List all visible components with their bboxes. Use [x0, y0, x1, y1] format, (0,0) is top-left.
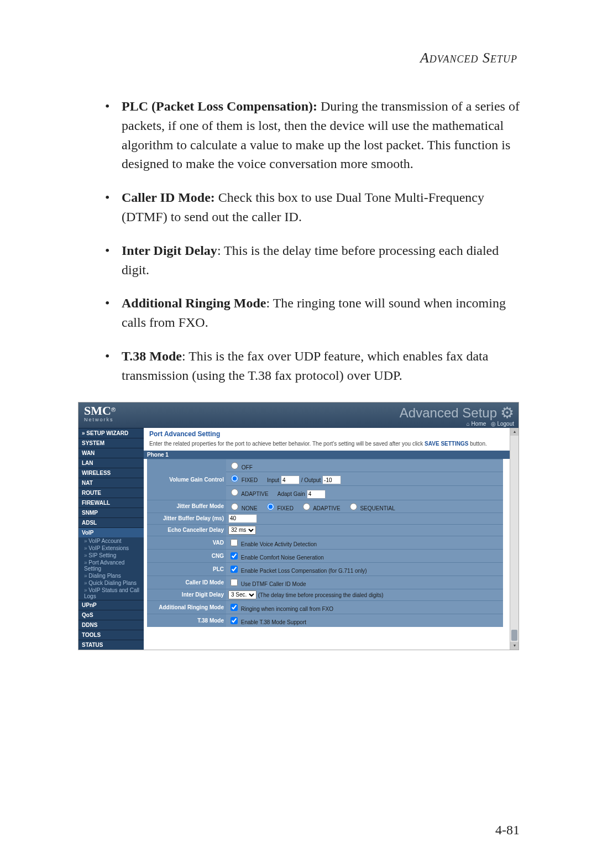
- bullet-additional-ringing: Additional Ringing Mode: The ringing ton…: [105, 294, 520, 332]
- home-link[interactable]: Home: [472, 421, 486, 427]
- term: T.38 Mode: [122, 349, 182, 363]
- radio-vgc-fixed[interactable]: [231, 475, 238, 482]
- sidebar-item-status[interactable]: STATUS: [78, 640, 144, 650]
- phone-1-heading: Phone 1: [144, 451, 519, 459]
- logo: SMC® Networks: [78, 402, 155, 428]
- label-t38: T.38 Mode: [147, 614, 226, 627]
- gear-icon: ⚙: [500, 405, 514, 421]
- sidebar-sub-dialing-plans[interactable]: Dialing Plans: [78, 572, 144, 579]
- content-area: Port Advanced Setting Enter the related …: [144, 428, 519, 650]
- label-vgc: Volume Gain Control: [147, 459, 226, 500]
- label-jbm: Jitter Buffer Mode: [147, 500, 226, 513]
- label-cid: Caller ID Mode: [147, 576, 226, 589]
- term: Inter Digit Delay: [122, 243, 217, 258]
- select-idd[interactable]: 3 Sec.: [228, 590, 256, 599]
- sidebar-sub-quick-dialing[interactable]: Quick Dialing Plans: [78, 579, 144, 587]
- logout-icon: ◎: [491, 421, 496, 427]
- home-icon: ⌂: [467, 421, 470, 427]
- section-heading: Advanced Setup: [77, 50, 517, 66]
- label-arm: Additional Ringing Mode: [147, 600, 226, 614]
- radio-jbm-none[interactable]: [231, 503, 238, 510]
- sidebar-item-snmp[interactable]: SNMP: [78, 508, 144, 517]
- sidebar-sub-voip-extensions[interactable]: VoIP Extensions: [78, 545, 144, 552]
- sidebar-sub-voip-account[interactable]: VoIP Account: [78, 537, 144, 545]
- sidebar-item-setup-wizard[interactable]: » SETUP WIZARD: [78, 428, 144, 438]
- label-plc: PLC: [147, 562, 226, 576]
- bullet-plc: PLC (Packet Loss Compensation): During t…: [105, 97, 520, 174]
- sidebar-item-ddns[interactable]: DDNS: [78, 620, 144, 630]
- sidebar-item-firewall[interactable]: FIREWALL: [78, 498, 144, 508]
- logout-link[interactable]: Logout: [497, 421, 514, 427]
- label-idd: Inter Digit Delay: [147, 589, 226, 600]
- content-title: Port Advanced Setting: [149, 430, 513, 438]
- radio-jbm-fixed[interactable]: [267, 503, 274, 510]
- sidebar-item-upnp[interactable]: UPnP: [78, 600, 144, 610]
- scroll-up-icon[interactable]: ▴: [510, 428, 519, 436]
- logo-sub: Networks: [84, 417, 149, 422]
- check-arm[interactable]: [231, 604, 238, 611]
- bulleted-list: PLC (Packet Loss Compensation): During t…: [77, 97, 520, 385]
- sidebar: » SETUP WIZARD SYSTEM WAN LAN WIRELESS N…: [78, 428, 144, 650]
- check-vad[interactable]: [231, 539, 238, 546]
- radio-vgc-off[interactable]: [231, 462, 238, 469]
- radio-jbm-adaptive[interactable]: [303, 503, 310, 510]
- sidebar-sub-port-advanced[interactable]: Port Advanced Setting: [78, 559, 144, 572]
- input-vgc-adapt[interactable]: [307, 490, 326, 499]
- sidebar-item-adsl[interactable]: ADSL: [78, 517, 144, 527]
- check-t38[interactable]: [231, 617, 238, 624]
- check-plc[interactable]: [231, 566, 238, 573]
- page-number: 4-81: [495, 823, 520, 838]
- check-cid[interactable]: [231, 579, 238, 586]
- sidebar-item-qos[interactable]: QoS: [78, 610, 144, 620]
- content-desc: Enter the related properties for the por…: [149, 440, 513, 447]
- label-ecd: Echo Canceller Delay: [147, 524, 226, 536]
- select-ecd[interactable]: 32 ms: [228, 526, 256, 535]
- scroll-down-icon[interactable]: ▾: [510, 642, 519, 650]
- sidebar-item-nat[interactable]: NAT: [78, 478, 144, 488]
- input-vgc-input[interactable]: [281, 475, 300, 484]
- bullet-caller-id: Caller ID Mode: Check this box to use Du…: [105, 188, 520, 227]
- label-vad: VAD: [147, 536, 226, 549]
- sidebar-item-lan[interactable]: LAN: [78, 458, 144, 468]
- sidebar-item-wireless[interactable]: WIRELESS: [78, 468, 144, 478]
- sidebar-sub-sip-setting[interactable]: SIP Setting: [78, 552, 144, 559]
- check-cng[interactable]: [231, 552, 238, 560]
- input-vgc-output[interactable]: [322, 475, 341, 484]
- label-jbd: Jitter Buffer Delay (ms): [147, 513, 226, 524]
- radio-jbm-sequential[interactable]: [350, 503, 357, 510]
- term: Additional Ringing Mode: [122, 296, 266, 310]
- term: Caller ID Mode:: [122, 190, 215, 205]
- bullet-t38: T.38 Mode: This is the fax over UDP feat…: [105, 347, 520, 385]
- sidebar-item-voip[interactable]: VoIP: [78, 527, 144, 537]
- radio-vgc-adaptive[interactable]: [231, 489, 238, 496]
- sidebar-sub-voip-status[interactable]: VoIP Status and Call Logs: [78, 587, 144, 600]
- term: PLC (Packet Loss Compensation):: [122, 99, 317, 113]
- scrollbar[interactable]: ▴ ▾: [510, 428, 519, 650]
- label-cng: CNG: [147, 549, 226, 562]
- logo-text: SMC: [84, 404, 111, 417]
- input-jbd[interactable]: [228, 514, 257, 523]
- router-screenshot: SMC® Networks Advanced Setup ⚙ ⌂ Home ◎ …: [78, 402, 519, 650]
- sidebar-item-route[interactable]: ROUTE: [78, 488, 144, 498]
- settings-table: Volume Gain Control OFF FIXED Input / Ou…: [147, 459, 503, 627]
- sidebar-item-system[interactable]: SYSTEM: [78, 438, 144, 448]
- sidebar-item-wan[interactable]: WAN: [78, 448, 144, 458]
- sidebar-item-tools[interactable]: TOOLS: [78, 630, 144, 640]
- advanced-setup-title: Advanced Setup ⚙: [400, 405, 514, 421]
- bullet-inter-digit-delay: Inter Digit Delay: This is the delay tim…: [105, 241, 520, 280]
- scroll-thumb[interactable]: [511, 630, 517, 641]
